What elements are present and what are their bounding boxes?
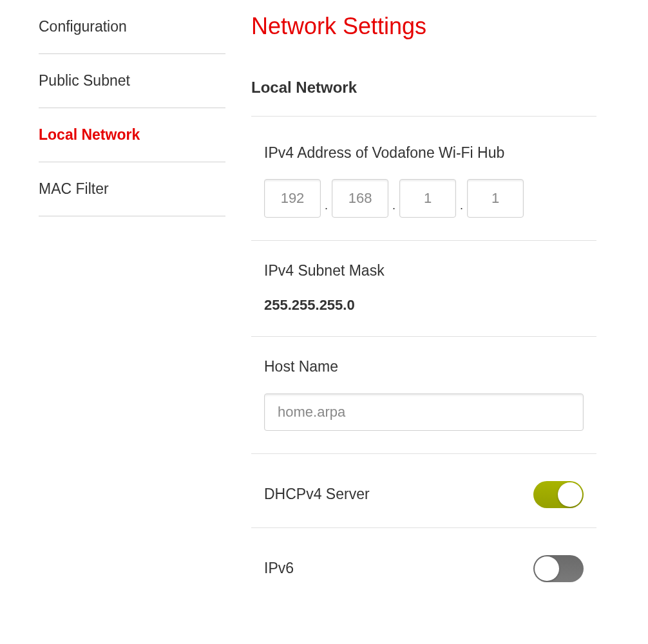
main-content: Network Settings Local Network IPv4 Addr…	[232, 0, 648, 644]
hostname-input[interactable]	[264, 393, 584, 431]
section-title: Local Network	[251, 79, 596, 117]
sidebar-item-local-network[interactable]: Local Network	[39, 108, 225, 162]
dhcpv4-row: DHCPv4 Server	[251, 473, 596, 528]
toggle-knob	[558, 482, 582, 507]
sidebar-item-mac-filter[interactable]: MAC Filter	[39, 162, 225, 216]
dhcpv4-label: DHCPv4 Server	[264, 486, 370, 503]
sidebar-item-public-subnet[interactable]: Public Subnet	[39, 54, 225, 108]
ipv4-octet-1[interactable]	[264, 179, 321, 218]
sidebar: Configuration Public Subnet Local Networ…	[0, 0, 232, 644]
toggle-knob	[535, 556, 559, 581]
subnet-mask-group: IPv4 Subnet Mask 255.255.255.0	[251, 260, 596, 337]
ipv6-label: IPv6	[264, 560, 294, 577]
subnet-mask-value: 255.255.255.0	[264, 297, 584, 314]
ipv6-toggle[interactable]	[533, 555, 584, 582]
dhcpv4-toggle[interactable]	[533, 481, 584, 508]
sidebar-item-configuration[interactable]: Configuration	[39, 0, 225, 54]
ipv4-octet-4[interactable]	[467, 179, 524, 218]
ip-dot: .	[391, 199, 397, 213]
ipv6-row: IPv6	[251, 547, 596, 582]
hostname-label: Host Name	[264, 356, 584, 377]
page-title: Network Settings	[251, 13, 596, 40]
ipv4-address-label: IPv4 Address of Vodafone Wi-Fi Hub	[264, 142, 584, 163]
ipv4-octet-3[interactable]	[399, 179, 456, 218]
ipv4-address-group: IPv4 Address of Vodafone Wi-Fi Hub . . .	[251, 142, 596, 241]
hostname-group: Host Name	[251, 356, 596, 453]
ipv4-address-inputs: . . .	[264, 179, 584, 218]
ip-dot: .	[459, 199, 464, 213]
ip-dot: .	[323, 199, 329, 213]
subnet-mask-label: IPv4 Subnet Mask	[264, 260, 584, 281]
ipv4-octet-2[interactable]	[332, 179, 388, 218]
